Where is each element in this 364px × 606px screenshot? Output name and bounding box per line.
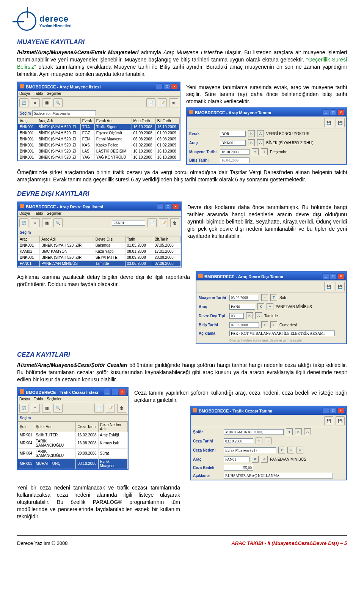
save-icon[interactable]: 💾 bbox=[324, 282, 333, 291]
logo-sub: Yazılım Hizmetleri bbox=[39, 24, 71, 28]
devredisi-grid[interactable]: AraçAraç AdıDevre DışıTarihBit.Tarih BNK… bbox=[18, 236, 181, 267]
table-row: BNK001BİNEK (SİYAH 520i ZITRATrafik Sigo… bbox=[18, 124, 180, 130]
table-row: BNK001BİNEK (SİYAH 520i ZIYAGYAĞ KONTROL… bbox=[18, 154, 180, 160]
menu-path-1: /Hizmet/Araç/Muayene&Ceza/Evrak Muayenel… bbox=[17, 49, 139, 55]
footer-left: Derece Yazılım © 2008 bbox=[17, 540, 67, 546]
table-row: MRK03MURAT TUNÇ03.10.2008Evrak Muayene bbox=[18, 458, 128, 469]
evrak-input[interactable] bbox=[220, 131, 246, 137]
refresh-icon[interactable]: 🔄 bbox=[19, 98, 28, 107]
table-row: MRK04TARIK SAMANCIOĞLU16.08.2008Kırmızı … bbox=[18, 438, 128, 448]
footer-right: ARAÇ TAKİBİ - II (Muayene&Ceza&Devre Dış… bbox=[231, 540, 347, 546]
max-btn[interactable]: □ bbox=[330, 109, 337, 115]
para-4: Devre dışı kodlarını daha önce tanımlamı… bbox=[187, 204, 347, 239]
logo-mark bbox=[17, 11, 36, 31]
logo-title: derece bbox=[39, 14, 71, 24]
table-row: BNK001BİNEK (SİYAH 520i ZIFENFenni Muaye… bbox=[18, 136, 180, 142]
refresh-icon[interactable]: 🔄 bbox=[19, 218, 28, 227]
window-ceza-list: BMOBDERECE - Trafik Cezası listesi_□× Do… bbox=[17, 387, 129, 470]
tarih-input[interactable] bbox=[229, 295, 259, 301]
edit-icon[interactable]: 📝 bbox=[158, 98, 167, 107]
max-btn[interactable]: □ bbox=[163, 83, 170, 90]
secim-label: Seçim bbox=[20, 111, 31, 115]
neden-input[interactable] bbox=[224, 447, 276, 453]
para-8: Yeni bir ceza nedeni tanımlanacak ve tra… bbox=[17, 484, 180, 520]
para-6: /Hizmet/Araç/Muayene&Ceza/Şoför Cezaları… bbox=[17, 362, 347, 383]
tip-input[interactable] bbox=[229, 313, 244, 319]
table-row: MRK01Salih TÜTER16.02.2008Araç Eskiği bbox=[18, 432, 128, 438]
arac-input[interactable] bbox=[224, 456, 249, 462]
footer-rule bbox=[17, 535, 347, 536]
bedel-input[interactable] bbox=[224, 465, 253, 471]
window-devredisi-form: BMOBDERECE - Araç Devre Dışı Tanımı_□× 💾… bbox=[196, 271, 347, 344]
titlebar[interactable]: BMOBDERECE - Araç Muayene listesi _□× bbox=[18, 82, 180, 91]
filter-input[interactable] bbox=[112, 220, 145, 226]
arac-input[interactable] bbox=[220, 140, 246, 146]
para-5: Açıklama kısmına yazılacak detay bilgile… bbox=[17, 274, 190, 288]
window-ceza-form: BMOBDERECE - Trafik Cezası Tanımı_□× 💾💾 … bbox=[190, 406, 347, 480]
ceza-tarih-input[interactable] bbox=[224, 438, 253, 444]
heading-ceza: CEZA KAYITLARI bbox=[17, 351, 347, 359]
sofor-input[interactable] bbox=[224, 429, 284, 435]
save-icon[interactable]: 💾 bbox=[324, 416, 333, 425]
list-icon[interactable]: ≡ bbox=[31, 98, 40, 107]
min-btn[interactable]: _ bbox=[322, 109, 329, 115]
muayene-grid[interactable]: AraçAraç AdıEvrakEvrak AdıMua.TarihBit.T… bbox=[18, 118, 180, 161]
brand-logo: derece Yazılım Hizmetleri bbox=[17, 11, 347, 31]
list-icon[interactable]: A bbox=[257, 130, 264, 137]
table-row: BNK001BİNEK (SİYAH 520i ZIEGZEgzost Ölçü… bbox=[18, 130, 180, 136]
para-2: Yeni muayene tanımlama sırasında evrak, … bbox=[186, 84, 347, 105]
hint-text: Bitiş tarihinden sonra araç devreye girm… bbox=[229, 338, 302, 342]
arac-input[interactable] bbox=[229, 304, 255, 310]
bitis-input[interactable] bbox=[229, 322, 259, 328]
heading-muayene: MUAYENE KAYITLARI bbox=[17, 38, 347, 46]
calendar-icon[interactable]: K bbox=[248, 130, 255, 137]
bitis-tarih-input bbox=[220, 157, 249, 163]
delete-icon[interactable]: 🗑 bbox=[169, 98, 178, 107]
close-btn[interactable]: × bbox=[337, 109, 344, 115]
heading-devre-disi: DEVRE DIŞI KAYITLARI bbox=[17, 190, 347, 198]
aciklama-input[interactable] bbox=[229, 331, 335, 336]
ceza-grid[interactable]: ŞoförŞoför AdıCeza TarihCeza Neden Adı M… bbox=[18, 422, 128, 469]
menu-path-2: /Hizmet/Araç/Muayene&Ceza/Şoför Cezaları bbox=[17, 362, 127, 368]
new-icon[interactable]: 📄 bbox=[146, 98, 155, 107]
table-row: BNK001BİNEK (SİYAH 520i ZIKASKasko Poliç… bbox=[18, 142, 180, 148]
window-muayene-form: BMOBDERECE - Araç Muayene Tanımı_□× 💾💾 E… bbox=[186, 107, 347, 165]
table-row: BNK001BİNEK (SİYAH 520i ZIRSEYAHATTE08.0… bbox=[18, 255, 181, 261]
table-row: BNK001BİNEK (SİYAH 520i ZIRBakımda01.05.… bbox=[18, 242, 181, 249]
toolbar: 🔄 ≡ ▦ 🔍 📄 📝 🗑 bbox=[18, 97, 180, 109]
para-1: /Hizmet/Araç/Muayene&Ceza/Evrak Muayenel… bbox=[17, 49, 347, 78]
spinner-icon[interactable]: ÷ bbox=[252, 148, 259, 155]
muayene-tarih-input[interactable] bbox=[220, 149, 249, 155]
table-row: BNK001BİNEK (SİYAH 520i ZILASLASTİK DEĞİ… bbox=[18, 148, 180, 154]
excel-icon[interactable]: ▦ bbox=[42, 98, 51, 107]
para-7: Ceza tanımı yapılırken şoförün kullandığ… bbox=[134, 389, 347, 404]
min-btn[interactable]: _ bbox=[156, 83, 163, 90]
table-row: PAN01PANELVAN MİNİBÜSTamirde03.06.200807… bbox=[18, 261, 181, 267]
window-muayene-list: BMOBDERECE - Araç Muayene listesi _□× Do… bbox=[17, 82, 180, 161]
table-row: KAM01BMC KAMYONKaza Yaptı08.01.200817.01… bbox=[18, 249, 181, 255]
calendar-icon[interactable]: T bbox=[261, 148, 268, 155]
menubar[interactable]: DosyaTabloSeçimler bbox=[18, 91, 180, 97]
aciklama-input[interactable] bbox=[224, 473, 333, 479]
table-row: MRK04TARIK SAMANCIOĞLU20.09.2008Sürat bbox=[18, 448, 128, 458]
window-devredisi-list: BMOBDERECE - Araç Devre Dışı listesi_□× … bbox=[17, 201, 182, 268]
save-icon[interactable]: 💾 bbox=[324, 118, 333, 127]
secim-input[interactable] bbox=[32, 110, 96, 116]
para-3: Örneğimizde şirket araçlarından birinin … bbox=[17, 169, 347, 183]
search-icon[interactable]: 🔍 bbox=[53, 98, 63, 107]
close-btn[interactable]: × bbox=[171, 83, 178, 90]
app-icon bbox=[20, 84, 24, 88]
save2-icon[interactable]: 💾 bbox=[336, 118, 345, 127]
